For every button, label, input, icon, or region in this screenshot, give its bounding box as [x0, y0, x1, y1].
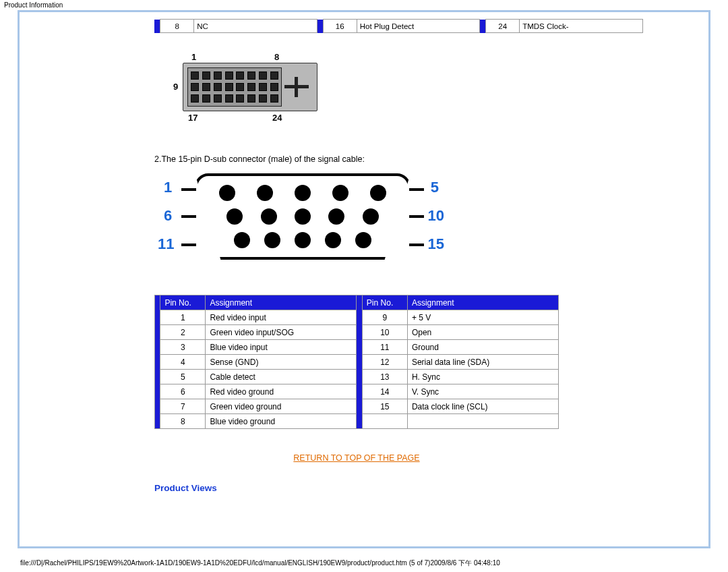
table-cell-pin: 6	[160, 384, 206, 399]
dvi-pin-table-fragment: 8 NC 16 Hot Plug Detect 24 TMDS Clock-	[154, 19, 643, 33]
col-assignment-left: Assignment	[206, 295, 357, 310]
vga-label-5: 5	[431, 179, 439, 196]
table-cell-assignment: Open	[407, 325, 558, 340]
document-content: 8 NC 16 Hot Plug Detect 24 TMDS Clock- 1…	[154, 19, 646, 493]
table-cell-assignment: Blue video ground	[206, 414, 357, 429]
vga-shell-icon	[195, 173, 411, 260]
table-cell-pin: 4	[160, 355, 206, 370]
cell-assign-hotplug: Hot Plug Detect	[357, 20, 480, 33]
table-cell-assignment: Green video input/SOG	[206, 325, 357, 340]
table-cell-pin: 5	[160, 370, 206, 384]
dvi-label-17: 17	[188, 113, 198, 123]
product-views-heading: Product Views	[154, 483, 646, 493]
file-path-footer: file:///D|/Rachel/PHILIPS/19EW9%20Artwor…	[20, 559, 500, 568]
vga-label-10: 10	[428, 207, 444, 225]
table-cell-assignment: Ground	[407, 340, 558, 355]
col-pin-no-right: Pin No.	[362, 295, 407, 310]
table-cell-assignment: Red video input	[206, 310, 357, 325]
table-cell-pin: 2	[160, 325, 206, 340]
cell-assign-tmds: TMDS Clock-	[520, 20, 643, 33]
table-cell-assignment: + 5 V	[407, 310, 558, 325]
table-cell-assignment: Cable detect	[206, 370, 357, 384]
dvi-label-1: 1	[191, 52, 196, 62]
vga-label-1: 1	[164, 179, 172, 196]
dvi-connector-diagram: 1 8 9 17 24	[154, 53, 330, 127]
cell-assign-nc: NC	[194, 20, 317, 33]
col-assignment-right: Assignment	[407, 295, 558, 310]
col-pin-no-left: Pin No.	[160, 295, 206, 310]
dvi-label-24: 24	[272, 113, 282, 123]
table-cell-pin: 13	[362, 370, 407, 384]
table-cell-pin: 9	[362, 310, 407, 325]
dsub-description: 2.The 15-pin D-sub connector (male) of t…	[154, 154, 646, 164]
dvi-label-8: 8	[274, 52, 279, 62]
table-cell-empty	[407, 414, 558, 429]
vga-label-11: 11	[158, 235, 174, 253]
dvi-shell-icon	[183, 63, 317, 111]
table-cell-empty	[362, 414, 407, 429]
table-cell-pin: 12	[362, 355, 407, 370]
dvi-label-9: 9	[173, 82, 178, 92]
table-cell-pin: 8	[160, 414, 206, 429]
vga-connector-diagram: 1 6 11 5 10 15	[154, 173, 444, 268]
return-to-top-link[interactable]: RETURN TO TOP OF THE PAGE	[154, 453, 559, 463]
table-cell-assignment: Blue video input	[206, 340, 357, 355]
cell-pin-24: 24	[486, 20, 520, 33]
table-cell-assignment: Red video ground	[206, 384, 357, 399]
cell-pin-16: 16	[323, 20, 357, 33]
table-cell-pin: 15	[362, 399, 407, 414]
table-cell-pin: 11	[362, 340, 407, 355]
vga-label-15: 15	[428, 235, 444, 253]
table-cell-pin: 3	[160, 340, 206, 355]
page-header: Product Information	[0, 0, 728, 10]
table-cell-assignment: V. Sync	[407, 384, 558, 399]
dvi-blade-icon	[284, 77, 309, 97]
table-cell-pin: 10	[362, 325, 407, 340]
table-cell-assignment: Serial data line (SDA)	[407, 355, 558, 370]
table-cell-pin: 1	[160, 310, 206, 325]
dvi-pinbox-icon	[187, 67, 282, 107]
table-cell-assignment: Green video ground	[206, 399, 357, 414]
document-frame: 8 NC 16 Hot Plug Detect 24 TMDS Clock- 1…	[18, 10, 710, 548]
table-cell-pin: 7	[160, 399, 206, 414]
vga-pin-table: Pin No. Assignment Pin No. Assignment 1R…	[154, 295, 559, 429]
vga-label-6: 6	[164, 207, 172, 225]
table-cell-assignment: Data clock line (SCL)	[407, 399, 558, 414]
table-cell-assignment: H. Sync	[407, 370, 558, 384]
table-cell-pin: 14	[362, 384, 407, 399]
cell-pin-8: 8	[160, 20, 194, 33]
table-cell-assignment: Sense (GND)	[206, 355, 357, 370]
